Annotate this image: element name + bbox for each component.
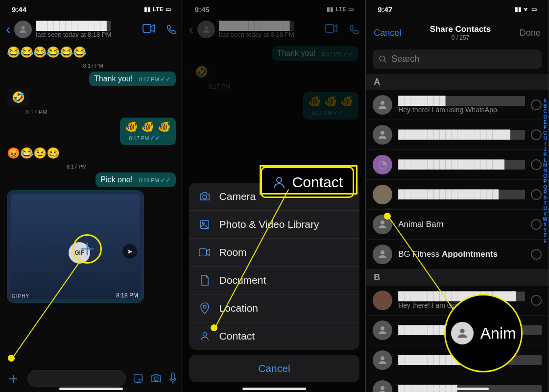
radio[interactable] — [531, 249, 542, 260]
radio[interactable] — [531, 189, 542, 200]
done-button[interactable]: Done — [520, 28, 541, 38]
contact-row[interactable]: ◔ ██████████████████ — [366, 150, 549, 180]
avatar-icon — [451, 322, 474, 344]
svg-point-0 — [22, 26, 25, 29]
svg-point-12 — [203, 333, 206, 336]
radio[interactable] — [531, 219, 542, 230]
mic-icon[interactable] — [169, 372, 177, 384]
contact-row[interactable]: ████████Hey there! I am using WhatsApp. — [366, 90, 549, 120]
signal-icon: ▮▮ — [515, 6, 522, 13]
contact-name: Animal Barn — [398, 220, 525, 229]
sheet-contact[interactable]: Contact — [189, 322, 360, 350]
read-ticks-icon: ✓✓ — [160, 176, 171, 184]
contact-row-bg[interactable]: BG Fitness Appointments — [366, 240, 549, 270]
status-icons: ▮▮ LTE ▭ — [144, 6, 171, 13]
contact-row[interactable]: █████████████████ — [366, 180, 549, 210]
msg-out-pick[interactable]: Pick one! 8:18 PM✓✓ — [95, 172, 175, 187]
avatar[interactable] — [14, 21, 32, 38]
sheet-document[interactable]: Document — [189, 267, 360, 294]
home-indicator[interactable] — [59, 388, 123, 390]
screen-share-contacts: 9:47 ▮▮ᯤ▭ Cancel Share Contacts 0 / 257 … — [366, 0, 549, 392]
svg-point-22 — [460, 329, 464, 333]
signal-icon: ▮▮ — [144, 6, 151, 13]
svg-rect-1 — [143, 24, 151, 32]
contact-icon — [199, 331, 211, 342]
sheet-library[interactable]: Photo & Video Library — [189, 211, 360, 239]
svg-point-9 — [202, 222, 204, 224]
message-input[interactable] — [27, 370, 126, 387]
svg-point-21 — [381, 386, 384, 390]
msg-ts: 8:17 PM — [83, 63, 103, 69]
svg-point-14 — [380, 56, 385, 61]
section-a: A — [366, 74, 549, 90]
avatar-icon — [373, 245, 392, 264]
svg-point-16 — [381, 131, 384, 135]
contact-row-animal[interactable]: Animal Barn — [366, 210, 549, 240]
avatar-icon — [373, 215, 392, 234]
contact-name-redacted: ██████████████████ — [398, 160, 525, 170]
contact-name-redacted: ████████ — [398, 96, 525, 106]
gif-attachment[interactable]: GIF ➤ GIPHY 8:18 PM — [7, 190, 144, 303]
radio[interactable] — [531, 99, 542, 110]
avatar-icon — [373, 291, 392, 310]
contact-row[interactable]: ███████████████████ — [366, 120, 549, 150]
avatar-icon — [373, 320, 392, 340]
svg-rect-2 — [134, 374, 142, 383]
svg-point-11 — [203, 305, 206, 308]
modal-count: 0 / 257 — [430, 34, 491, 41]
msg-in-rofl[interactable]: 🤣 — [7, 88, 30, 107]
svg-point-15 — [381, 101, 384, 105]
status-bar: 9:47 ▮▮ᯤ▭ — [366, 0, 549, 19]
chat-body: 😂😂😂😂😂😂 8:17 PM Thank you! 8:17 PM✓✓ 🤣 8:… — [0, 46, 183, 379]
read-ticks-icon: ✓✓ — [150, 134, 161, 142]
avatar-icon: ◔ — [373, 155, 392, 174]
contact-icon — [272, 175, 286, 190]
contact-name-redacted: ████████████████████ — [398, 292, 525, 301]
back-icon[interactable]: ‹ — [6, 22, 10, 37]
search-input[interactable]: Search — [373, 49, 542, 69]
voice-call-icon[interactable] — [166, 24, 177, 35]
svg-point-19 — [381, 326, 384, 330]
callout-zoom-animal: Anim — [444, 294, 523, 372]
search-placeholder: Search — [391, 54, 419, 64]
sheet-room[interactable]: Room — [189, 239, 360, 267]
sheet-location[interactable]: Location — [189, 294, 360, 322]
sticker-icon[interactable] — [133, 373, 143, 384]
msg-out-thanks[interactable]: Thank you! 8:17 PM✓✓ — [89, 72, 176, 86]
radio[interactable] — [531, 159, 542, 170]
home-indicator[interactable] — [242, 388, 306, 390]
radio[interactable] — [531, 295, 542, 306]
contact-name-redacted: ████████████ — [36, 21, 111, 31]
radio[interactable] — [531, 129, 542, 140]
msg-out-fish[interactable]: 🐠 🐠 🐠8:17 PM✓✓ — [120, 118, 175, 145]
svg-rect-4 — [171, 373, 174, 380]
status-time: 9:44 — [12, 5, 26, 14]
attach-sheet: Camera Photo & Video Library Room Docume… — [189, 183, 360, 382]
modal-header: Cancel Share Contacts 0 / 257 Done — [366, 19, 549, 48]
cancel-button[interactable]: Cancel — [374, 28, 401, 38]
svg-rect-10 — [199, 249, 207, 256]
svg-point-20 — [381, 356, 384, 360]
header-text[interactable]: ████████████ last seen today at 8:18 PM — [36, 21, 111, 38]
video-call-icon[interactable] — [143, 24, 155, 35]
sheet-cancel[interactable]: Cancel — [189, 355, 360, 382]
giphy-label: GIPHY — [12, 294, 29, 299]
home-indicator[interactable] — [425, 388, 489, 390]
screen-chat: 9:44 ▮▮ LTE ▭ ‹ ████████████ last seen t… — [0, 0, 183, 392]
modal-title: Share Contacts — [430, 24, 491, 34]
attach-plus-icon[interactable]: ＋ — [6, 368, 21, 389]
svg-point-7 — [203, 195, 207, 199]
battery-icon: ▭ — [166, 6, 171, 13]
battery-icon: ▭ — [531, 6, 537, 13]
msg-ts: 8:17 PM — [67, 164, 87, 170]
wifi-icon: ᯤ — [524, 6, 529, 13]
network-label: LTE — [153, 6, 164, 13]
avatar-icon — [373, 380, 392, 392]
contact-name-redacted: ███████████████████ — [398, 130, 525, 140]
photo-icon — [199, 219, 211, 230]
camera-icon[interactable] — [150, 373, 162, 383]
index-rail[interactable]: ABCDEFGHIJKLMNOPQRSTUVWXYZ# — [543, 98, 547, 244]
contact-status: Hey there! I am using WhatsApp. — [398, 106, 525, 114]
camera-icon — [199, 192, 211, 201]
search-icon — [379, 55, 387, 64]
